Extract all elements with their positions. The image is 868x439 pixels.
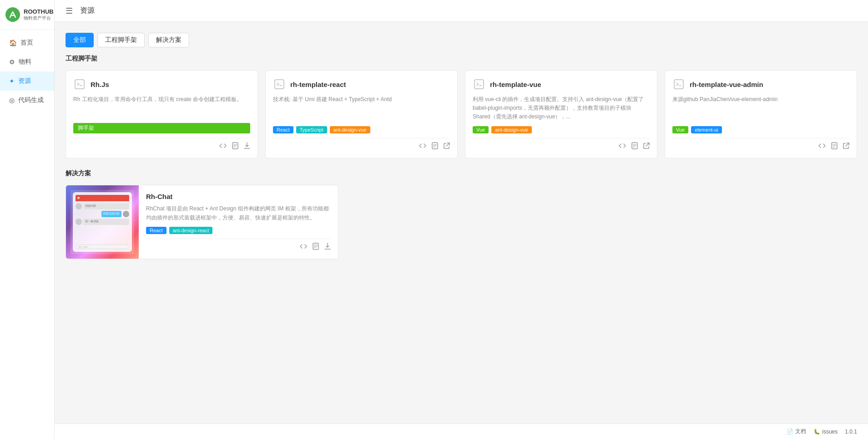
sidebar-item-resource[interactable]: ✦资源 — [0, 71, 54, 91]
footer-issues: 🐛 issues — [813, 429, 838, 435]
sidebar-nav: 🏠首页⚙物料✦资源◎代码生成 — [0, 30, 54, 439]
logo-icon — [5, 7, 20, 22]
doc-icon[interactable] — [831, 142, 838, 151]
card-icon — [273, 78, 286, 91]
footer-bar: 📄 文档 🐛 issues 1.0.1 — [55, 424, 868, 439]
code-icon[interactable] — [419, 142, 426, 151]
doc-icon[interactable] — [232, 142, 238, 151]
external-link-icon[interactable] — [643, 143, 650, 150]
app-subtitle: 物料资产平台 — [24, 15, 54, 21]
solution-content: Rh-Chat RhChat 项目是由 React + Ant Design 组… — [139, 185, 338, 259]
card-title: rh-template-react — [290, 81, 346, 88]
tag-typescript: TypeScript — [296, 126, 327, 133]
card-tags: ReactTypeScriptant-design-vue — [273, 126, 450, 133]
tag-ant-design-vue: ant-design-vue — [330, 126, 370, 133]
issues-label: issues — [822, 429, 838, 435]
solution-tags: Reactant-design-react — [146, 227, 331, 234]
svg-line-14 — [446, 143, 449, 146]
tag-ant-design-vue: ant-design-vue — [491, 126, 532, 133]
svg-line-21 — [646, 143, 649, 146]
tag-vue: Vue — [672, 126, 688, 133]
solution-footer — [146, 239, 331, 251]
card-rh-js: Rh.Js Rh 工程化项目，常用命令行工具，现只有 create 命令创建工程… — [66, 70, 258, 158]
scaffolding-section-title: 工程脚手架 — [66, 55, 857, 63]
svg-rect-15 — [474, 80, 484, 89]
card-icon — [672, 78, 685, 91]
card-rh-template-vue: rh-template-vue 利用 vue-cli 的插件，生成项目配置。支持… — [465, 70, 657, 158]
svg-rect-8 — [275, 80, 284, 89]
card-desc: 来源github PanJiaChen/vue-element-admin — [672, 95, 849, 122]
doc-icon[interactable] — [631, 142, 638, 151]
header: ☰ 资源 — [55, 0, 868, 22]
tag-react: React — [146, 227, 167, 234]
doc-icon[interactable] — [432, 142, 438, 151]
card-header: rh-template-vue-admin — [672, 78, 849, 91]
external-link-icon[interactable] — [444, 143, 450, 150]
card-title: Rh.Js — [91, 81, 109, 88]
code-icon[interactable] — [219, 142, 227, 151]
card-title: rh-template-vue-admin — [690, 81, 763, 88]
main-wrapper: ☰ 资源 全部工程脚手架解决方案 工程脚手架 Rh.Js Rh 工程化项目，常用… — [55, 0, 868, 439]
version-label: 1.0.1 — [845, 429, 857, 435]
filter-btn-all[interactable]: 全部 — [66, 33, 94, 47]
card-desc: Rh 工程化项目，常用命令行工具，现只有 create 命令创建工程模板。 — [73, 95, 250, 118]
card-footer — [672, 138, 849, 151]
codegen-icon: ◎ — [9, 97, 15, 104]
footer-docs: 📄 文档 — [787, 428, 806, 435]
card-header: rh-template-react — [273, 78, 450, 91]
docs-icon: 📄 — [787, 429, 793, 435]
card-desc: 利用 vue-cli 的插件，生成项目配置。支持引入 ant-design-vu… — [473, 95, 650, 122]
sidebar: ROOTHUB 物料资产平台 🏠首页⚙物料✦资源◎代码生成 — [0, 0, 55, 439]
card-icon — [73, 78, 86, 91]
card-icon — [473, 78, 485, 91]
download-icon[interactable] — [324, 243, 331, 251]
home-icon: 🏠 — [9, 39, 17, 46]
nav-label: 首页 — [20, 39, 33, 47]
logo: ROOTHUB 物料资产平台 — [0, 0, 54, 30]
docs-label: 文档 — [795, 428, 806, 435]
menu-icon[interactable]: ☰ — [66, 6, 73, 16]
card-rh-template-react: rh-template-react 技术栈: 基于 Umi 搭建 React +… — [265, 70, 458, 158]
card-tags: Vueelement-ui — [672, 126, 849, 133]
filter-btn-solution[interactable]: 解决方案 — [148, 33, 189, 47]
resource-icon: ✦ — [9, 77, 15, 85]
doc-icon[interactable] — [313, 243, 319, 251]
app-title: ROOTHUB — [24, 8, 54, 15]
badge-scaffolding: 脚手架 — [73, 123, 250, 133]
sidebar-item-material[interactable]: ⚙物料 — [0, 52, 54, 71]
svg-rect-22 — [674, 80, 683, 89]
sidebar-item-codegen[interactable]: ◎代码生成 — [0, 91, 54, 110]
card-title: rh-template-vue — [490, 81, 541, 88]
nav-label: 物料 — [19, 58, 31, 66]
tag-react: React — [273, 126, 293, 133]
card-desc: 技术栈: 基于 Umi 搭建 React + TypeScript + Antd — [273, 95, 450, 122]
solution-desc: RhChat 项目是由 React + Ant Design 组件构建的网页 I… — [146, 204, 331, 223]
nav-label: 资源 — [18, 77, 31, 85]
tag-element-ui: element-ui — [691, 126, 722, 133]
svg-rect-1 — [75, 80, 84, 89]
code-icon[interactable] — [300, 243, 307, 251]
scaffolding-cards-grid: Rh.Js Rh 工程化项目，常用命令行工具，现只有 create 命令创建工程… — [66, 70, 857, 158]
card-header: rh-template-vue — [473, 78, 650, 91]
tag-ant-design-react: ant-design-react — [169, 227, 213, 234]
card-footer — [473, 138, 650, 151]
content-area: 全部工程脚手架解决方案 工程脚手架 Rh.Js Rh 工程化项目，常用命令行工具… — [55, 22, 868, 424]
card-header: Rh.Js — [73, 78, 250, 91]
solution-card-rh-chat: 消息内容 回复消息内容 另一条消息 输入消息... Rh-Chat RhChat… — [66, 185, 338, 260]
page-title: 资源 — [80, 6, 95, 15]
issues-icon: 🐛 — [813, 429, 820, 435]
card-rh-template-vue-admin: rh-template-vue-admin 来源github PanJiaChe… — [665, 70, 857, 158]
code-icon[interactable] — [818, 142, 826, 151]
card-footer — [73, 138, 250, 151]
filter-bar: 全部工程脚手架解决方案 — [66, 33, 857, 47]
card-footer — [273, 138, 450, 151]
filter-btn-scaffold[interactable]: 工程脚手架 — [97, 33, 145, 47]
external-link-icon[interactable] — [843, 143, 849, 150]
tag-vue: Vue — [473, 126, 489, 133]
solution-title: Rh-Chat — [146, 193, 331, 200]
material-icon: ⚙ — [9, 58, 15, 66]
download-icon[interactable] — [244, 142, 250, 151]
code-icon[interactable] — [619, 142, 626, 151]
solution-section-title: 解决方案 — [66, 169, 857, 178]
sidebar-item-home[interactable]: 🏠首页 — [0, 33, 54, 52]
